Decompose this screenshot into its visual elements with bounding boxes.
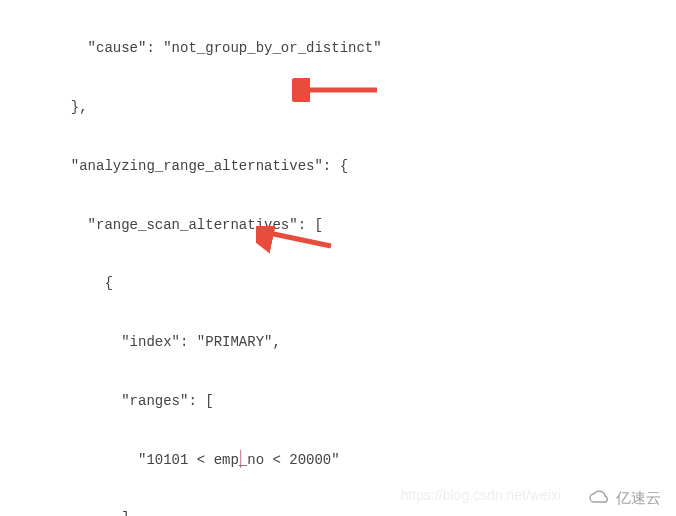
code-line: ], [54, 509, 676, 516]
code-line: "10101 < emp_no < 20000" [54, 451, 676, 471]
code-line: "index": "PRIMARY", [54, 333, 676, 353]
text-cursor: │ [236, 448, 246, 470]
code-line: "range_scan_alternatives": [ [54, 216, 676, 236]
code-line: }, [54, 98, 676, 118]
code-line: "cause": "not_group_by_or_distinct" [54, 39, 676, 59]
code-line: "ranges": [ [54, 392, 676, 412]
json-snippet: "cause": "not_group_by_or_distinct" }, "… [0, 0, 676, 516]
code-line: "analyzing_range_alternatives": { [54, 157, 676, 177]
code-line: { [54, 274, 676, 294]
